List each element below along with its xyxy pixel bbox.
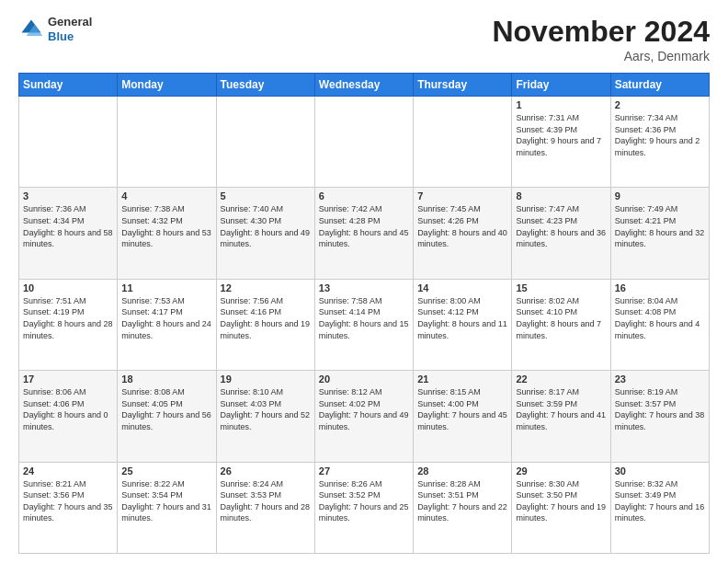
calendar-day-cell: 17Sunrise: 8:06 AMSunset: 4:06 PMDayligh… [19,371,118,462]
calendar-day-cell: 28Sunrise: 8:28 AMSunset: 3:51 PMDayligh… [414,462,512,553]
day-info: Sunrise: 8:28 AMSunset: 3:51 PMDaylight:… [417,478,507,524]
day-number: 10 [23,282,113,293]
day-info: Sunrise: 7:34 AMSunset: 4:36 PMDaylight:… [615,112,705,158]
day-number: 16 [615,282,705,293]
day-number: 12 [221,282,311,293]
day-number: 23 [615,373,705,385]
logo-icon [18,17,44,42]
day-number: 8 [516,190,606,201]
day-info: Sunrise: 7:49 AMSunset: 4:21 PMDaylight:… [615,203,705,249]
day-info: Sunrise: 7:36 AMSunset: 4:34 PMDaylight:… [23,203,113,249]
day-number: 9 [615,190,705,201]
day-number: 29 [516,465,606,477]
day-info: Sunrise: 8:32 AMSunset: 3:49 PMDaylight:… [615,478,705,524]
day-number: 27 [319,465,409,477]
day-number: 30 [615,465,705,477]
day-number: 19 [221,373,311,385]
calendar-day-cell: 1Sunrise: 7:31 AMSunset: 4:39 PMDaylight… [512,97,610,188]
calendar-week-row: 24Sunrise: 8:21 AMSunset: 3:56 PMDayligh… [19,462,710,553]
calendar-day-cell: 16Sunrise: 8:04 AMSunset: 4:08 PMDayligh… [610,279,709,370]
day-info: Sunrise: 7:42 AMSunset: 4:28 PMDaylight:… [319,203,409,249]
calendar-day-cell: 30Sunrise: 8:32 AMSunset: 3:49 PMDayligh… [610,462,709,553]
day-info: Sunrise: 7:40 AMSunset: 4:30 PMDaylight:… [221,203,311,249]
logo: General Blue [18,15,92,43]
day-number: 11 [121,282,211,293]
location: Aars, Denmark [492,49,710,63]
day-number: 17 [23,373,113,385]
day-number: 2 [615,99,705,110]
day-number: 6 [319,190,409,201]
title-block: November 2024 Aars, Denmark [492,15,710,63]
logo-text: General Blue [48,15,92,43]
day-number: 20 [319,373,409,385]
day-info: Sunrise: 8:24 AMSunset: 3:53 PMDaylight:… [221,478,311,524]
calendar-day-cell: 13Sunrise: 7:58 AMSunset: 4:14 PMDayligh… [314,279,413,370]
calendar-day-cell: 3Sunrise: 7:36 AMSunset: 4:34 PMDaylight… [19,188,118,279]
day-number: 24 [23,465,113,477]
calendar-day-cell: 26Sunrise: 8:24 AMSunset: 3:53 PMDayligh… [216,462,314,553]
calendar-week-row: 17Sunrise: 8:06 AMSunset: 4:06 PMDayligh… [19,371,710,462]
day-info: Sunrise: 7:38 AMSunset: 4:32 PMDaylight:… [121,203,211,249]
calendar-day-cell: 27Sunrise: 8:26 AMSunset: 3:52 PMDayligh… [314,462,413,553]
weekday-header: Sunday [19,74,118,97]
day-info: Sunrise: 8:02 AMSunset: 4:10 PMDaylight:… [516,295,606,341]
calendar-week-row: 10Sunrise: 7:51 AMSunset: 4:19 PMDayligh… [19,279,710,370]
logo-general-label: General [48,15,92,29]
calendar-day-cell [314,97,413,188]
day-number: 13 [319,282,409,293]
weekday-header: Friday [512,74,610,97]
day-info: Sunrise: 7:56 AMSunset: 4:16 PMDaylight:… [221,295,311,341]
calendar-day-cell: 21Sunrise: 8:15 AMSunset: 4:00 PMDayligh… [414,371,512,462]
calendar-day-cell: 4Sunrise: 7:38 AMSunset: 4:32 PMDaylight… [118,188,216,279]
day-info: Sunrise: 8:30 AMSunset: 3:50 PMDaylight:… [516,478,606,524]
day-info: Sunrise: 7:45 AMSunset: 4:26 PMDaylight:… [417,203,507,249]
day-number: 3 [23,190,113,201]
day-info: Sunrise: 8:12 AMSunset: 4:02 PMDaylight:… [319,386,409,432]
logo-blue-label: Blue [48,29,92,44]
calendar-week-row: 1Sunrise: 7:31 AMSunset: 4:39 PMDaylight… [19,97,710,188]
calendar-day-cell: 23Sunrise: 8:19 AMSunset: 3:57 PMDayligh… [610,371,709,462]
calendar-day-cell: 9Sunrise: 7:49 AMSunset: 4:21 PMDaylight… [610,188,709,279]
day-info: Sunrise: 8:10 AMSunset: 4:03 PMDaylight:… [221,386,311,432]
day-info: Sunrise: 8:04 AMSunset: 4:08 PMDaylight:… [615,295,705,341]
day-number: 15 [516,282,606,293]
weekday-header: Tuesday [216,74,314,97]
day-info: Sunrise: 8:08 AMSunset: 4:05 PMDaylight:… [121,386,211,432]
calendar-day-cell: 24Sunrise: 8:21 AMSunset: 3:56 PMDayligh… [19,462,118,553]
calendar-day-cell: 2Sunrise: 7:34 AMSunset: 4:36 PMDaylight… [610,97,709,188]
header: General Blue November 2024 Aars, Denmark [18,15,710,63]
day-number: 25 [121,465,211,477]
calendar-day-cell: 25Sunrise: 8:22 AMSunset: 3:54 PMDayligh… [118,462,216,553]
calendar-day-cell: 12Sunrise: 7:56 AMSunset: 4:16 PMDayligh… [216,279,314,370]
day-number: 5 [221,190,311,201]
day-info: Sunrise: 7:58 AMSunset: 4:14 PMDaylight:… [319,295,409,341]
day-info: Sunrise: 8:19 AMSunset: 3:57 PMDaylight:… [615,386,705,432]
calendar-day-cell: 29Sunrise: 8:30 AMSunset: 3:50 PMDayligh… [512,462,610,553]
calendar-day-cell [19,97,118,188]
day-info: Sunrise: 7:47 AMSunset: 4:23 PMDaylight:… [516,203,606,249]
day-number: 28 [417,465,507,477]
weekday-header: Wednesday [314,74,413,97]
calendar-day-cell: 5Sunrise: 7:40 AMSunset: 4:30 PMDaylight… [216,188,314,279]
day-info: Sunrise: 8:26 AMSunset: 3:52 PMDaylight:… [319,478,409,524]
day-number: 14 [417,282,507,293]
calendar-header-row: SundayMondayTuesdayWednesdayThursdayFrid… [19,74,710,97]
calendar-day-cell: 8Sunrise: 7:47 AMSunset: 4:23 PMDaylight… [512,188,610,279]
calendar-day-cell: 6Sunrise: 7:42 AMSunset: 4:28 PMDaylight… [314,188,413,279]
page: General Blue November 2024 Aars, Denmark… [0,0,728,563]
day-number: 7 [417,190,507,201]
calendar-day-cell: 20Sunrise: 8:12 AMSunset: 4:02 PMDayligh… [314,371,413,462]
calendar-day-cell: 7Sunrise: 7:45 AMSunset: 4:26 PMDaylight… [414,188,512,279]
day-number: 22 [516,373,606,385]
calendar-day-cell [414,97,512,188]
calendar-day-cell: 15Sunrise: 8:02 AMSunset: 4:10 PMDayligh… [512,279,610,370]
calendar-day-cell [216,97,314,188]
day-number: 18 [121,373,211,385]
day-number: 26 [221,465,311,477]
month-title: November 2024 [492,15,710,49]
calendar-day-cell: 11Sunrise: 7:53 AMSunset: 4:17 PMDayligh… [118,279,216,370]
calendar-week-row: 3Sunrise: 7:36 AMSunset: 4:34 PMDaylight… [19,188,710,279]
day-info: Sunrise: 8:06 AMSunset: 4:06 PMDaylight:… [23,386,113,432]
calendar-day-cell: 22Sunrise: 8:17 AMSunset: 3:59 PMDayligh… [512,371,610,462]
calendar-day-cell: 10Sunrise: 7:51 AMSunset: 4:19 PMDayligh… [19,279,118,370]
